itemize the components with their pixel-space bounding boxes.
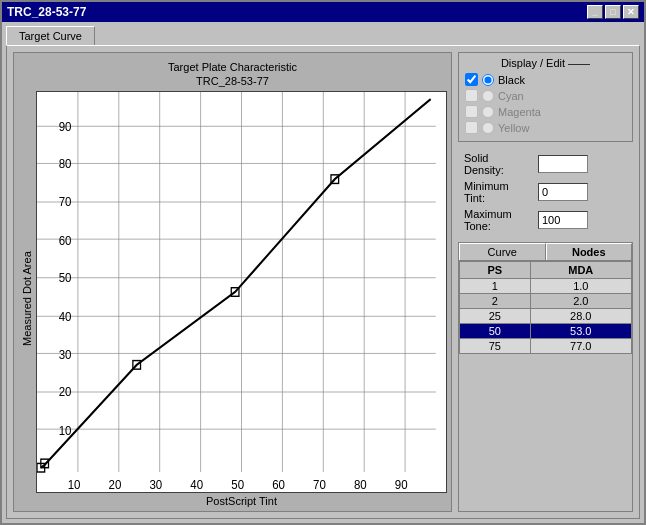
close-button[interactable]: ✕: [623, 5, 639, 19]
chart-title-line1: Target Plate Characteristic: [168, 61, 297, 73]
cyan-checkbox[interactable]: [465, 89, 478, 102]
main-panel: Target Plate Characteristic TRC_28-53-77…: [6, 45, 640, 519]
chart-area: Target Plate Characteristic TRC_28-53-77…: [13, 52, 452, 512]
display-edit-box: Display / Edit —— Black Cyan Ma: [458, 52, 633, 142]
solid-density-area: SolidDensity: MinimumTint: MaximumTone:: [458, 148, 633, 236]
cyan-radio[interactable]: [482, 90, 494, 102]
solid-density-input[interactable]: [538, 155, 588, 173]
yellow-checkbox[interactable]: [465, 121, 478, 134]
col-mda-header: MDA: [530, 262, 631, 279]
table-row[interactable]: 22.0: [460, 294, 632, 309]
col-ps-header: PS: [460, 262, 531, 279]
tab-target-curve[interactable]: Target Curve: [6, 26, 95, 45]
curve-nodes-tabs: Curve Nodes: [459, 243, 632, 261]
cyan-row: Cyan: [465, 89, 626, 102]
svg-text:90: 90: [395, 478, 408, 492]
table-row[interactable]: 11.0: [460, 279, 632, 294]
cyan-label: Cyan: [498, 90, 524, 102]
window-content: Target Curve Target Plate Characteristic…: [2, 22, 644, 523]
minimum-tint-input[interactable]: [538, 183, 588, 201]
svg-text:90: 90: [59, 119, 72, 134]
chart-title-line2: TRC_28-53-77: [196, 75, 269, 87]
svg-text:20: 20: [59, 385, 72, 400]
title-bar: TRC_28-53-77 _ □ ✕: [2, 2, 644, 22]
black-label: Black: [498, 74, 525, 86]
yellow-label: Yellow: [498, 122, 529, 134]
black-row: Black: [465, 73, 626, 86]
svg-text:50: 50: [231, 478, 244, 492]
minimize-button[interactable]: _: [587, 5, 603, 19]
yellow-radio[interactable]: [482, 122, 494, 134]
minimum-tint-label: MinimumTint:: [464, 180, 534, 204]
svg-text:70: 70: [59, 195, 72, 210]
table-row[interactable]: 7577.0: [460, 339, 632, 354]
svg-text:30: 30: [59, 348, 72, 363]
x-axis-label: PostScript Tint: [36, 495, 447, 507]
chart-graph: 10 20 30 40 50 60 70 80 90 10: [36, 91, 447, 493]
svg-text:40: 40: [59, 309, 72, 324]
magenta-label: Magenta: [498, 106, 541, 118]
nodes-table: PS MDA 11.022.02528.05053.07577.0: [459, 261, 632, 354]
svg-text:80: 80: [59, 156, 72, 171]
svg-text:30: 30: [149, 478, 162, 492]
svg-text:10: 10: [59, 423, 72, 438]
table-row[interactable]: 2528.0: [460, 309, 632, 324]
maximum-tone-input[interactable]: [538, 211, 588, 229]
black-checkbox[interactable]: [465, 73, 478, 86]
svg-text:20: 20: [109, 478, 122, 492]
tab-curve[interactable]: Curve: [459, 243, 546, 260]
y-axis-label: Measured Dot Area: [18, 91, 36, 507]
svg-text:40: 40: [190, 478, 203, 492]
table-row[interactable]: 5053.0: [460, 324, 632, 339]
title-controls: _ □ ✕: [587, 5, 639, 19]
main-window: TRC_28-53-77 _ □ ✕ Target Curve Target P…: [0, 0, 646, 525]
curve-nodes-panel: Curve Nodes PS MDA 11.022.02528.05053.07…: [458, 242, 633, 512]
solid-density-row: SolidDensity:: [464, 152, 627, 176]
svg-text:50: 50: [59, 270, 72, 285]
magenta-row: Magenta: [465, 105, 626, 118]
window-title: TRC_28-53-77: [7, 5, 86, 19]
yellow-row: Yellow: [465, 121, 626, 134]
chart-svg: 10 20 30 40 50 60 70 80 90 10: [37, 92, 446, 492]
maximum-tone-row: MaximumTone:: [464, 208, 627, 232]
svg-text:10: 10: [68, 478, 81, 492]
maximize-button[interactable]: □: [605, 5, 621, 19]
tab-nodes[interactable]: Nodes: [546, 243, 633, 260]
minimum-tint-row: MinimumTint:: [464, 180, 627, 204]
magenta-checkbox[interactable]: [465, 105, 478, 118]
solid-density-label: SolidDensity:: [464, 152, 534, 176]
tab-bar: Target Curve: [6, 26, 640, 45]
svg-text:70: 70: [313, 478, 326, 492]
magenta-radio[interactable]: [482, 106, 494, 118]
maximum-tone-label: MaximumTone:: [464, 208, 534, 232]
right-panel: Display / Edit —— Black Cyan Ma: [458, 52, 633, 512]
svg-text:60: 60: [59, 233, 72, 248]
svg-text:60: 60: [272, 478, 285, 492]
svg-text:80: 80: [354, 478, 367, 492]
black-radio[interactable]: [482, 74, 494, 86]
display-edit-title: Display / Edit ——: [465, 57, 626, 69]
